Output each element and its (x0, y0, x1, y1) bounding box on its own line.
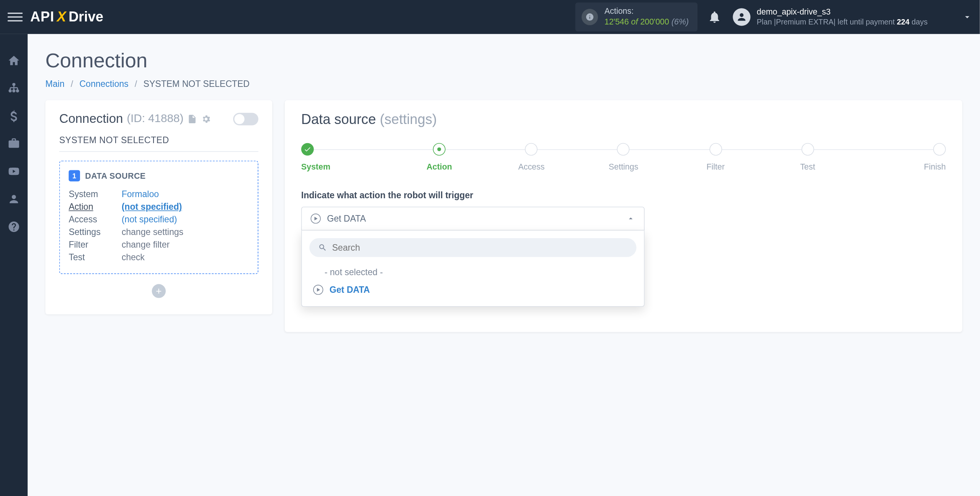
step-dot (933, 143, 946, 156)
sidebar-briefcase[interactable] (6, 136, 21, 152)
ds-row-value: change filter (122, 239, 170, 249)
breadcrumb-current: SYSTEM NOT SELECTED (144, 79, 250, 89)
page-title: Connection (46, 49, 962, 72)
step-filter[interactable]: Filter (670, 143, 762, 171)
ds-row[interactable]: SystemFormaloo (69, 189, 249, 199)
sidebar-home[interactable] (6, 53, 21, 68)
breadcrumb: Main / Connections / SYSTEM NOT SELECTED (46, 79, 962, 89)
data-source-box[interactable]: 1 DATA SOURCE SystemFormalooAction(not s… (59, 161, 258, 274)
ds-row-value: change settings (122, 227, 183, 237)
bell-icon[interactable] (707, 10, 721, 24)
ds-heading-settings: (settings) (380, 111, 437, 127)
play-icon (313, 285, 323, 295)
sidebar (0, 34, 28, 496)
actions-of: of (631, 17, 640, 26)
step-dot (433, 143, 446, 156)
menu-toggle[interactable] (8, 10, 23, 25)
connection-id: (ID: 41888) (127, 112, 183, 126)
avatar-icon (733, 8, 750, 26)
step-test[interactable]: Test (762, 143, 854, 171)
sidebar-video[interactable] (6, 164, 21, 179)
file-icon[interactable] (187, 114, 197, 124)
sidebar-help[interactable] (6, 219, 21, 235)
action-field-label: Indicate what action the robot will trig… (301, 190, 946, 200)
step-label: Access (518, 162, 545, 171)
user-menu[interactable]: demo_apix-drive_s3 Plan |Premium EXTRA| … (733, 7, 972, 27)
ds-heading: Data source (301, 111, 376, 127)
dropdown-search-input[interactable] (332, 243, 627, 253)
chevron-up-icon (626, 214, 635, 223)
user-name: demo_apix-drive_s3 (757, 7, 928, 18)
ds-row-value: Formaloo (122, 189, 159, 199)
ds-row-key: System (69, 189, 121, 199)
step-label: Finish (924, 162, 946, 171)
ds-row-key: Settings (69, 227, 121, 237)
step-dot (525, 143, 538, 156)
step-label: Action (426, 162, 452, 171)
info-icon (582, 9, 598, 25)
option-none[interactable]: - not selected - (309, 263, 636, 281)
add-button[interactable]: + (152, 284, 166, 298)
ds-row-key: Filter (69, 239, 121, 249)
sidebar-connections[interactable] (6, 81, 21, 96)
option-get-data[interactable]: Get DATA (309, 281, 636, 299)
step-settings[interactable]: Settings (577, 143, 670, 171)
sidebar-billing[interactable] (6, 108, 21, 124)
connection-subhead: SYSTEM NOT SELECTED (59, 135, 258, 145)
step-label: Test (800, 162, 815, 171)
ds-row-value: (not specified) (122, 202, 182, 212)
connection-card: Connection (ID: 41888) SYSTEM NOT SELECT… (46, 100, 273, 315)
ds-row-key: Access (69, 214, 121, 224)
breadcrumb-main[interactable]: Main (46, 79, 65, 89)
action-selected-value: Get DATA (327, 214, 366, 224)
action-dropdown: - not selected - Get DATA (301, 230, 645, 307)
stepper: SystemActionAccessSettingsFilterTestFini… (301, 143, 946, 171)
actions-counter[interactable]: Actions: 12'546 of 200'000 (6%) (575, 3, 697, 31)
ds-row-key: Test (69, 252, 121, 262)
ds-row-key: Action (69, 202, 121, 212)
user-plan: Plan |Premium EXTRA| left until payment … (757, 17, 928, 27)
actions-total: 200'000 (640, 17, 669, 26)
ds-row[interactable]: Settingschange settings (69, 227, 249, 237)
step-label: Settings (609, 162, 638, 171)
connection-heading: Connection (59, 111, 123, 126)
ds-title: DATA SOURCE (85, 171, 145, 181)
enable-toggle[interactable] (233, 113, 258, 125)
ds-row-value: check (122, 252, 145, 262)
logo-drive: Drive (69, 9, 103, 25)
actions-count: 12'546 (604, 17, 629, 26)
brand-logo[interactable]: APIXDrive (30, 9, 103, 25)
ds-row[interactable]: Filterchange filter (69, 239, 249, 249)
step-action[interactable]: Action (393, 143, 485, 171)
actions-pct: (6%) (671, 17, 689, 26)
ds-row[interactable]: Action(not specified) (69, 202, 249, 212)
ds-row[interactable]: Access(not specified) (69, 214, 249, 224)
action-select[interactable]: Get DATA (301, 207, 645, 231)
sidebar-user[interactable] (6, 191, 21, 207)
step-label: Filter (706, 162, 725, 171)
step-access[interactable]: Access (485, 143, 578, 171)
gear-icon[interactable] (201, 114, 211, 124)
logo-api: API (30, 9, 54, 25)
search-icon (318, 243, 327, 252)
step-dot (801, 143, 814, 156)
dropdown-search[interactable] (309, 238, 636, 257)
ds-row-value: (not specified) (122, 214, 177, 224)
ds-badge: 1 (69, 170, 80, 181)
step-dot (709, 143, 722, 156)
step-system[interactable]: System (301, 143, 394, 171)
logo-x: X (57, 9, 66, 25)
breadcrumb-connections[interactable]: Connections (79, 79, 128, 89)
step-dot (617, 143, 630, 156)
step-dot (301, 143, 314, 156)
ds-row[interactable]: Testcheck (69, 252, 249, 262)
data-source-settings-card: Data source (settings) SystemActionAcces… (285, 100, 962, 332)
step-label: System (301, 162, 330, 171)
chevron-down-icon (962, 12, 972, 22)
step-finish[interactable]: Finish (854, 143, 946, 171)
actions-label: Actions: (604, 7, 689, 17)
play-icon (310, 214, 320, 224)
